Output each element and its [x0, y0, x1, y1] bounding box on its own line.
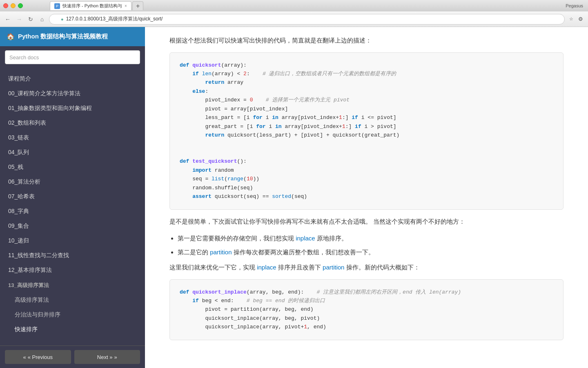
- sidebar: 🏠 Python 数据结构与算法视频教程 课程简介 00_课程简介之笨方法学算法…: [0, 27, 145, 368]
- sidebar-item-快速排序[interactable]: 快速排序: [0, 322, 145, 337]
- code-block-2: def quicksort_inplace(array, beg, end): …: [169, 279, 564, 340]
- sidebar-item-06[interactable]: 06_算法分析: [0, 175, 145, 189]
- sidebar-item-04[interactable]: 04_队列: [0, 145, 145, 160]
- sidebar-nav: 课程简介 00_课程简介之笨方法学算法 01_抽象数据类型和面向对象编程 02_…: [0, 68, 145, 346]
- home-button[interactable]: ⌂: [38, 15, 47, 24]
- active-tab[interactable]: P 快速排序 - Python 数据结构与 ×: [50, 1, 131, 10]
- url-text: 127.0.0.1:8000/13_高级排序算法/quick_sort/: [66, 16, 163, 22]
- paragraph-3: 这里我们就来优化一下它，实现 inplace 排序并且改善下 partition…: [169, 262, 564, 273]
- sidebar-item-10[interactable]: 10_递归: [0, 233, 145, 248]
- sidebar-item-07[interactable]: 07_哈希表: [0, 189, 145, 204]
- sidebar-item-09[interactable]: 09_集合: [0, 219, 145, 233]
- maximize-button[interactable]: [18, 3, 23, 8]
- sidebar-item-分治法与归并排序[interactable]: 分治法与归并排序: [0, 307, 145, 322]
- minimize-button[interactable]: [11, 3, 16, 8]
- sidebar-item-11[interactable]: 11_线性查找与二分查找: [0, 248, 145, 263]
- bullet-list: 第一是它需要额外的存储空间，我们想实现 inplace 原地排序。 第二是它的 …: [178, 233, 564, 257]
- content-section: 根据这个想法我们可以快速写出快排的代码，简直就是在翻译上边的描述： def qu…: [169, 27, 564, 351]
- new-tab-button[interactable]: +: [132, 1, 143, 10]
- browser-actions: ☆ ⚙: [567, 15, 585, 23]
- sidebar-footer: « « Previous Next » »: [0, 346, 145, 368]
- paragraph-2: 是不是很简单，下次面试官让你手写快排你再写不出来就有点不太合适哦。 当然这个实现…: [169, 216, 564, 227]
- prev-arrow-icon: «: [23, 354, 26, 360]
- bullet-item-1: 第一是它需要额外的存储空间，我们想实现 inplace 原地排序。: [178, 233, 564, 244]
- sidebar-item-01[interactable]: 01_抽象数据类型和面向对象编程: [0, 101, 145, 116]
- sidebar-search-container: [0, 46, 145, 68]
- address-bar[interactable]: ● 127.0.0.1:8000/13_高级排序算法/quick_sort/: [49, 14, 565, 25]
- sidebar-item-13[interactable]: 13_高级排序算法: [0, 278, 145, 293]
- home-icon: 🏠: [7, 33, 15, 40]
- close-button[interactable]: [3, 3, 8, 8]
- sidebar-item-02[interactable]: 02_数组和列表: [0, 116, 145, 130]
- intro-paragraph: 根据这个想法我们可以快速写出快排的代码，简直就是在翻译上边的描述：: [169, 35, 564, 46]
- reload-button[interactable]: ↻: [26, 15, 35, 24]
- tab-close-icon[interactable]: ×: [125, 4, 127, 8]
- content-area: 根据这个想法我们可以快速写出快排的代码，简直就是在翻译上边的描述： def qu…: [145, 27, 588, 368]
- sidebar-item-12[interactable]: 12_基本排序算法: [0, 263, 145, 278]
- sidebar-header: 🏠 Python 数据结构与算法视频教程: [0, 27, 145, 46]
- sidebar-item-05[interactable]: 05_栈: [0, 160, 145, 175]
- search-input[interactable]: [5, 50, 140, 64]
- tab-favicon: P: [54, 3, 60, 9]
- extension-icon[interactable]: ⚙: [577, 15, 585, 23]
- sidebar-item-03[interactable]: 03_链表: [0, 130, 145, 145]
- bookmark-icon[interactable]: ☆: [567, 15, 575, 23]
- browser-chrome: ← → ↻ ⌂ ● 127.0.0.1:8000/13_高级排序算法/quick…: [0, 11, 588, 27]
- code-block-1: def quicksort(array): if len(array) < 2:…: [169, 52, 564, 210]
- next-label: Next »: [97, 354, 113, 360]
- main-layout: 🏠 Python 数据结构与算法视频教程 课程简介 00_课程简介之笨方法学算法…: [0, 27, 588, 368]
- lock-icon: ●: [61, 17, 64, 22]
- next-arrow-icon: »: [114, 354, 117, 360]
- bullet-item-2: 第二是它的 partition 操作每次都要两次遍历整个数组，我们想改善一下。: [178, 247, 564, 258]
- tab-label: 快速排序 - Python 数据结构与: [62, 3, 122, 9]
- app-name: Pegasus: [566, 3, 583, 8]
- sidebar-title: Python 数据结构与算法视频教程: [18, 33, 108, 40]
- next-button[interactable]: Next » »: [74, 350, 140, 364]
- back-button[interactable]: ←: [3, 15, 12, 24]
- prev-label: « Previous: [28, 354, 53, 360]
- previous-button[interactable]: « « Previous: [5, 350, 71, 364]
- sidebar-item-高级排序算法[interactable]: 高级排序算法: [0, 293, 145, 307]
- sidebar-item-00[interactable]: 00_课程简介之笨方法学算法: [0, 86, 145, 101]
- forward-button[interactable]: →: [15, 15, 24, 24]
- tab-bar: P 快速排序 - Python 数据结构与 × +: [50, 1, 143, 10]
- titlebar: P 快速排序 - Python 数据结构与 × + Pegasus: [0, 0, 588, 11]
- sidebar-item-课程简介[interactable]: 课程简介: [0, 72, 145, 86]
- sidebar-item-08[interactable]: 08_字典: [0, 204, 145, 219]
